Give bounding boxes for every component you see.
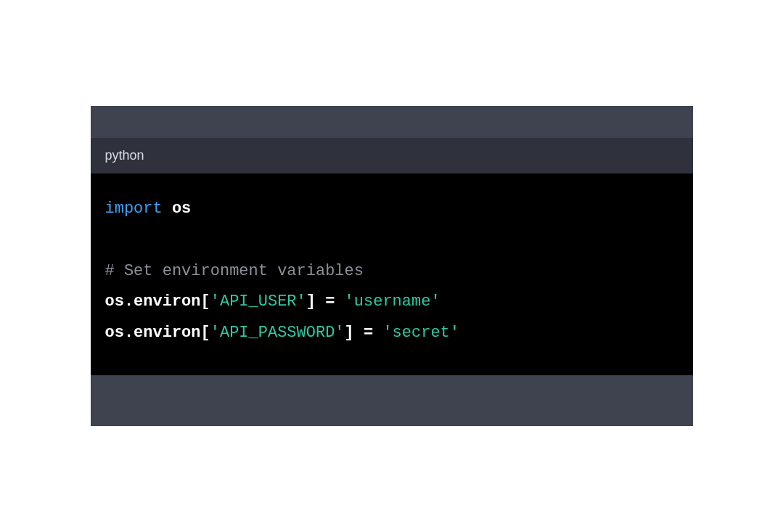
code-block: import os # Set environment variables os… [91,173,693,375]
keyword-import: import [105,200,163,218]
bracket-close: ] [306,292,316,311]
code-comment: # Set environment variables [105,262,364,280]
bracket-close: ] [345,324,354,342]
identifier: os [105,324,124,342]
module-name: os [172,200,191,218]
identifier: os [105,292,124,311]
bracket-open: [ [201,324,210,342]
code-snippet-container: python import os # Set environment varia… [91,106,693,426]
string-literal: 'username' [345,292,440,311]
bottom-bar [91,375,693,426]
dot: . [124,292,134,311]
top-bar [91,106,693,138]
equals: = [354,324,383,342]
language-label-bar: python [91,138,693,173]
string-literal: 'API_USER' [210,292,306,311]
identifier: environ [134,324,200,342]
language-label: python [105,148,144,163]
bracket-open: [ [201,292,210,311]
string-literal: 'API_PASSWORD' [210,324,345,342]
dot: . [124,324,134,342]
string-literal: 'secret' [382,324,459,342]
equals: = [316,292,345,311]
identifier: environ [134,292,200,311]
